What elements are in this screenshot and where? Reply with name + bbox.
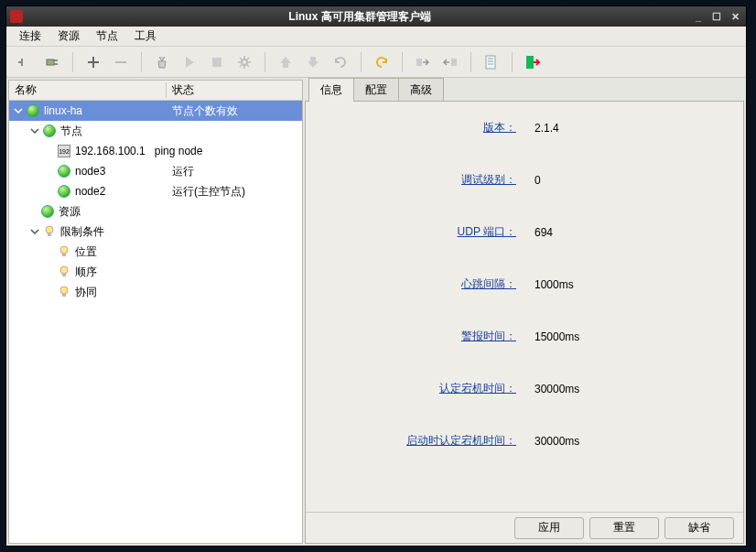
document-icon[interactable] — [481, 51, 502, 73]
info-row-initdead: 启动时认定宕机时间： 30000ms — [333, 433, 716, 449]
window-title: Linux 高可用集群管理客户端 — [28, 9, 691, 25]
svg-point-9 — [60, 246, 68, 254]
tree-label: 限制条件 — [60, 224, 104, 240]
svg-rect-14 — [62, 294, 66, 297]
app-icon — [10, 10, 23, 23]
default-button[interactable]: 缺省 — [664, 517, 734, 539]
expander-icon[interactable] — [13, 105, 24, 116]
maximize-button[interactable]: ☐ — [709, 10, 724, 23]
info-label-version[interactable]: 版本： — [483, 121, 516, 134]
tree-row-location[interactable]: 位置 — [9, 242, 302, 262]
info-label-udp[interactable]: UDP 端口： — [458, 225, 516, 238]
menu-connect[interactable]: 连接 — [12, 27, 49, 46]
refresh-icon[interactable] — [329, 51, 351, 73]
info-row-version: 版本： 2.1.4 — [333, 120, 716, 135]
svg-point-13 — [60, 287, 68, 294]
menu-node[interactable]: 节点 — [89, 27, 125, 46]
connect-icon[interactable] — [14, 51, 36, 73]
takeover-icon[interactable] — [412, 51, 434, 73]
window-controls: _ ☐ ✕ — [691, 10, 742, 23]
svg-rect-3 — [416, 59, 422, 66]
bulb-icon — [42, 224, 57, 239]
tree-header-name[interactable]: 名称 — [9, 82, 167, 98]
add-icon[interactable] — [82, 51, 104, 73]
tree-label: node2 — [75, 185, 105, 198]
undo-icon[interactable] — [371, 51, 393, 73]
svg-rect-10 — [62, 254, 66, 256]
tree-label: 资源 — [59, 204, 81, 220]
tree-row-resources[interactable]: 资源 — [9, 201, 302, 222]
gear-icon[interactable] — [233, 51, 255, 73]
info-label-dead[interactable]: 认定宕机时间： — [439, 382, 516, 395]
exit-icon[interactable] — [522, 51, 544, 73]
toolbar-separator — [141, 52, 142, 72]
tree-row-node2[interactable]: node2 运行(主控节点) — [9, 181, 302, 201]
up-icon[interactable] — [275, 51, 297, 73]
tab-bar: 信息 配置 高级 — [305, 80, 744, 102]
tab-config[interactable]: 配置 — [353, 78, 399, 102]
plug-icon[interactable] — [41, 51, 63, 73]
tab-info[interactable]: 信息 — [308, 78, 354, 102]
info-body: 版本： 2.1.4 调试级别： 0 UDP 端口： 694 心跳间隔： 1000… — [306, 102, 743, 512]
expander-icon[interactable] — [29, 226, 40, 237]
tree-label: 协同 — [75, 285, 97, 300]
tree-row-nodes[interactable]: 节点 — [9, 121, 302, 141]
info-label-initdead[interactable]: 启动时认定宕机时间： — [406, 434, 516, 447]
info-label-alarm[interactable]: 警报时间： — [461, 330, 516, 342]
close-button[interactable]: ✕ — [728, 10, 742, 23]
tab-advanced[interactable]: 高级 — [398, 78, 444, 102]
svg-rect-8 — [48, 233, 51, 236]
ip-icon: 192 — [57, 144, 71, 158]
tree-row-ip[interactable]: 192 192.168.100.1 ping node — [9, 141, 302, 161]
node-icon — [57, 184, 71, 199]
remove-icon[interactable] — [110, 51, 132, 73]
expander-icon[interactable] — [29, 125, 40, 136]
info-row-dead: 认定宕机时间： 30000ms — [333, 381, 716, 396]
reset-button[interactable]: 重置 — [589, 517, 659, 539]
stop-icon[interactable] — [206, 51, 228, 73]
menubar: 连接 资源 节点 工具 — [6, 27, 746, 47]
tree-status: 运行 — [167, 164, 302, 179]
info-value-debug: 0 — [535, 174, 541, 187]
info-row-debug: 调试级别： 0 — [333, 172, 716, 188]
toolbar-separator — [512, 52, 513, 72]
apply-button[interactable]: 应用 — [514, 517, 584, 539]
menu-tool[interactable]: 工具 — [127, 27, 164, 46]
tree-row-order[interactable]: 顺序 — [9, 262, 302, 282]
titlebar[interactable]: Linux 高可用集群管理客户端 _ ☐ ✕ — [6, 6, 746, 27]
menu-resource[interactable]: 资源 — [50, 27, 87, 46]
node-icon — [57, 164, 71, 179]
info-value-initdead: 30000ms — [535, 435, 579, 448]
tree-label: 192.168.100.1 — [75, 145, 146, 157]
tree-status: 节点个数有效 — [167, 103, 302, 119]
svg-point-11 — [60, 266, 68, 274]
info-label-debug[interactable]: 调试级别： — [461, 173, 516, 186]
tree-status: ping node — [146, 145, 302, 157]
info-value-version: 2.1.4 — [535, 122, 559, 135]
right-panel: 信息 配置 高级 版本： 2.1.4 调试级别： 0 UDP 端口： — [305, 80, 744, 544]
svg-rect-0 — [47, 60, 54, 65]
tree-row-constraints[interactable]: 限制条件 — [9, 222, 302, 242]
start-icon[interactable] — [178, 51, 200, 73]
standby-icon[interactable] — [439, 51, 461, 73]
tree-header-status[interactable]: 状态 — [167, 82, 302, 98]
minimize-button[interactable]: _ — [691, 10, 706, 23]
tree-body: linux-ha 节点个数有效 节点 19 — [9, 101, 302, 543]
tree-status: 运行(主控节点) — [167, 184, 302, 200]
nodes-icon — [42, 124, 57, 138]
tree-row-node3[interactable]: node3 运行 — [9, 161, 302, 181]
tree-row-colocation[interactable]: 协同 — [9, 282, 302, 302]
toolbar — [6, 47, 746, 78]
toolbar-separator — [72, 52, 73, 72]
bulb-icon — [57, 265, 71, 279]
toolbar-separator — [361, 52, 362, 72]
tab-content: 版本： 2.1.4 调试级别： 0 UDP 端口： 694 心跳间隔： 1000… — [305, 101, 744, 544]
tree-row-root[interactable]: linux-ha 节点个数有效 — [9, 101, 302, 121]
down-icon[interactable] — [302, 51, 324, 73]
info-row-heartbeat: 心跳间隔： 1000ms — [333, 276, 716, 292]
toolbar-separator — [470, 52, 471, 72]
info-label-heartbeat[interactable]: 心跳间隔： — [461, 277, 516, 290]
cleanup-icon[interactable] — [151, 51, 173, 73]
tree-header: 名称 状态 — [9, 81, 302, 101]
svg-rect-6 — [526, 56, 534, 69]
